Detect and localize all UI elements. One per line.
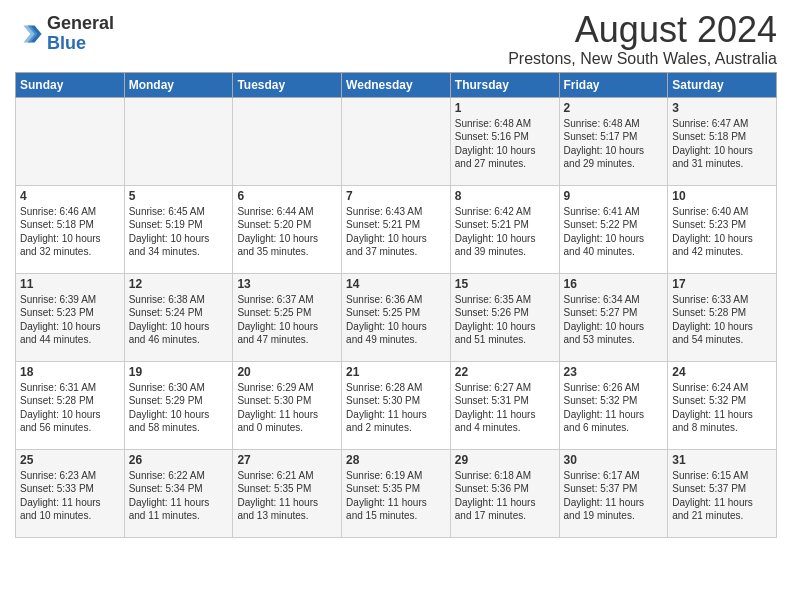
day-info: Sunrise: 6:48 AM Sunset: 5:17 PM Dayligh…	[564, 117, 664, 171]
day-number: 17	[672, 277, 772, 291]
day-header-thursday: Thursday	[450, 72, 559, 97]
day-number: 30	[564, 453, 664, 467]
day-number: 5	[129, 189, 229, 203]
day-number: 4	[20, 189, 120, 203]
day-header-tuesday: Tuesday	[233, 72, 342, 97]
calendar-cell	[124, 97, 233, 185]
calendar-cell: 23Sunrise: 6:26 AM Sunset: 5:32 PM Dayli…	[559, 361, 668, 449]
day-number: 19	[129, 365, 229, 379]
day-header-sunday: Sunday	[16, 72, 125, 97]
calendar-cell: 12Sunrise: 6:38 AM Sunset: 5:24 PM Dayli…	[124, 273, 233, 361]
calendar-cell: 1Sunrise: 6:48 AM Sunset: 5:16 PM Daylig…	[450, 97, 559, 185]
day-info: Sunrise: 6:29 AM Sunset: 5:30 PM Dayligh…	[237, 381, 337, 435]
day-info: Sunrise: 6:31 AM Sunset: 5:28 PM Dayligh…	[20, 381, 120, 435]
calendar-cell: 5Sunrise: 6:45 AM Sunset: 5:19 PM Daylig…	[124, 185, 233, 273]
calendar-cell	[16, 97, 125, 185]
day-number: 7	[346, 189, 446, 203]
logo: General Blue	[15, 14, 114, 54]
day-info: Sunrise: 6:47 AM Sunset: 5:18 PM Dayligh…	[672, 117, 772, 171]
calendar-cell: 27Sunrise: 6:21 AM Sunset: 5:35 PM Dayli…	[233, 449, 342, 537]
day-number: 2	[564, 101, 664, 115]
calendar-cell: 16Sunrise: 6:34 AM Sunset: 5:27 PM Dayli…	[559, 273, 668, 361]
day-info: Sunrise: 6:39 AM Sunset: 5:23 PM Dayligh…	[20, 293, 120, 347]
calendar-cell: 31Sunrise: 6:15 AM Sunset: 5:37 PM Dayli…	[668, 449, 777, 537]
calendar-cell: 8Sunrise: 6:42 AM Sunset: 5:21 PM Daylig…	[450, 185, 559, 273]
day-info: Sunrise: 6:34 AM Sunset: 5:27 PM Dayligh…	[564, 293, 664, 347]
month-title: August 2024	[508, 10, 777, 50]
calendar-cell: 3Sunrise: 6:47 AM Sunset: 5:18 PM Daylig…	[668, 97, 777, 185]
day-number: 6	[237, 189, 337, 203]
calendar-cell: 13Sunrise: 6:37 AM Sunset: 5:25 PM Dayli…	[233, 273, 342, 361]
day-number: 21	[346, 365, 446, 379]
calendar-header-row: SundayMondayTuesdayWednesdayThursdayFrid…	[16, 72, 777, 97]
day-info: Sunrise: 6:35 AM Sunset: 5:26 PM Dayligh…	[455, 293, 555, 347]
day-info: Sunrise: 6:33 AM Sunset: 5:28 PM Dayligh…	[672, 293, 772, 347]
calendar-cell: 10Sunrise: 6:40 AM Sunset: 5:23 PM Dayli…	[668, 185, 777, 273]
day-info: Sunrise: 6:46 AM Sunset: 5:18 PM Dayligh…	[20, 205, 120, 259]
calendar-cell	[233, 97, 342, 185]
calendar-cell: 24Sunrise: 6:24 AM Sunset: 5:32 PM Dayli…	[668, 361, 777, 449]
calendar-cell: 20Sunrise: 6:29 AM Sunset: 5:30 PM Dayli…	[233, 361, 342, 449]
day-info: Sunrise: 6:19 AM Sunset: 5:35 PM Dayligh…	[346, 469, 446, 523]
day-info: Sunrise: 6:26 AM Sunset: 5:32 PM Dayligh…	[564, 381, 664, 435]
day-info: Sunrise: 6:22 AM Sunset: 5:34 PM Dayligh…	[129, 469, 229, 523]
location-subtitle: Prestons, New South Wales, Australia	[508, 50, 777, 68]
day-number: 10	[672, 189, 772, 203]
day-header-monday: Monday	[124, 72, 233, 97]
calendar-cell: 25Sunrise: 6:23 AM Sunset: 5:33 PM Dayli…	[16, 449, 125, 537]
day-info: Sunrise: 6:30 AM Sunset: 5:29 PM Dayligh…	[129, 381, 229, 435]
calendar-cell: 9Sunrise: 6:41 AM Sunset: 5:22 PM Daylig…	[559, 185, 668, 273]
day-number: 26	[129, 453, 229, 467]
day-number: 1	[455, 101, 555, 115]
header: General Blue August 2024 Prestons, New S…	[15, 10, 777, 68]
day-info: Sunrise: 6:38 AM Sunset: 5:24 PM Dayligh…	[129, 293, 229, 347]
day-info: Sunrise: 6:44 AM Sunset: 5:20 PM Dayligh…	[237, 205, 337, 259]
day-info: Sunrise: 6:21 AM Sunset: 5:35 PM Dayligh…	[237, 469, 337, 523]
day-info: Sunrise: 6:37 AM Sunset: 5:25 PM Dayligh…	[237, 293, 337, 347]
day-info: Sunrise: 6:23 AM Sunset: 5:33 PM Dayligh…	[20, 469, 120, 523]
day-info: Sunrise: 6:41 AM Sunset: 5:22 PM Dayligh…	[564, 205, 664, 259]
logo-blue-text: Blue	[47, 33, 86, 53]
day-number: 29	[455, 453, 555, 467]
day-number: 22	[455, 365, 555, 379]
day-number: 27	[237, 453, 337, 467]
calendar-cell	[342, 97, 451, 185]
logo-general-text: General	[47, 13, 114, 33]
calendar-cell: 17Sunrise: 6:33 AM Sunset: 5:28 PM Dayli…	[668, 273, 777, 361]
calendar-week-row: 11Sunrise: 6:39 AM Sunset: 5:23 PM Dayli…	[16, 273, 777, 361]
day-number: 28	[346, 453, 446, 467]
day-info: Sunrise: 6:18 AM Sunset: 5:36 PM Dayligh…	[455, 469, 555, 523]
calendar-cell: 26Sunrise: 6:22 AM Sunset: 5:34 PM Dayli…	[124, 449, 233, 537]
day-info: Sunrise: 6:42 AM Sunset: 5:21 PM Dayligh…	[455, 205, 555, 259]
day-info: Sunrise: 6:28 AM Sunset: 5:30 PM Dayligh…	[346, 381, 446, 435]
day-number: 20	[237, 365, 337, 379]
calendar-week-row: 1Sunrise: 6:48 AM Sunset: 5:16 PM Daylig…	[16, 97, 777, 185]
day-info: Sunrise: 6:36 AM Sunset: 5:25 PM Dayligh…	[346, 293, 446, 347]
day-number: 11	[20, 277, 120, 291]
calendar-cell: 30Sunrise: 6:17 AM Sunset: 5:37 PM Dayli…	[559, 449, 668, 537]
day-number: 14	[346, 277, 446, 291]
day-info: Sunrise: 6:48 AM Sunset: 5:16 PM Dayligh…	[455, 117, 555, 171]
calendar-body: 1Sunrise: 6:48 AM Sunset: 5:16 PM Daylig…	[16, 97, 777, 537]
day-info: Sunrise: 6:45 AM Sunset: 5:19 PM Dayligh…	[129, 205, 229, 259]
day-number: 9	[564, 189, 664, 203]
calendar-cell: 11Sunrise: 6:39 AM Sunset: 5:23 PM Dayli…	[16, 273, 125, 361]
day-number: 12	[129, 277, 229, 291]
day-info: Sunrise: 6:15 AM Sunset: 5:37 PM Dayligh…	[672, 469, 772, 523]
calendar-week-row: 4Sunrise: 6:46 AM Sunset: 5:18 PM Daylig…	[16, 185, 777, 273]
day-number: 3	[672, 101, 772, 115]
calendar-week-row: 18Sunrise: 6:31 AM Sunset: 5:28 PM Dayli…	[16, 361, 777, 449]
day-header-friday: Friday	[559, 72, 668, 97]
day-number: 18	[20, 365, 120, 379]
calendar-table: SundayMondayTuesdayWednesdayThursdayFrid…	[15, 72, 777, 538]
day-number: 25	[20, 453, 120, 467]
calendar-cell: 6Sunrise: 6:44 AM Sunset: 5:20 PM Daylig…	[233, 185, 342, 273]
calendar-week-row: 25Sunrise: 6:23 AM Sunset: 5:33 PM Dayli…	[16, 449, 777, 537]
title-area: August 2024 Prestons, New South Wales, A…	[508, 10, 777, 68]
calendar-cell: 2Sunrise: 6:48 AM Sunset: 5:17 PM Daylig…	[559, 97, 668, 185]
calendar-cell: 4Sunrise: 6:46 AM Sunset: 5:18 PM Daylig…	[16, 185, 125, 273]
calendar-cell: 28Sunrise: 6:19 AM Sunset: 5:35 PM Dayli…	[342, 449, 451, 537]
day-number: 24	[672, 365, 772, 379]
day-info: Sunrise: 6:24 AM Sunset: 5:32 PM Dayligh…	[672, 381, 772, 435]
day-info: Sunrise: 6:17 AM Sunset: 5:37 PM Dayligh…	[564, 469, 664, 523]
